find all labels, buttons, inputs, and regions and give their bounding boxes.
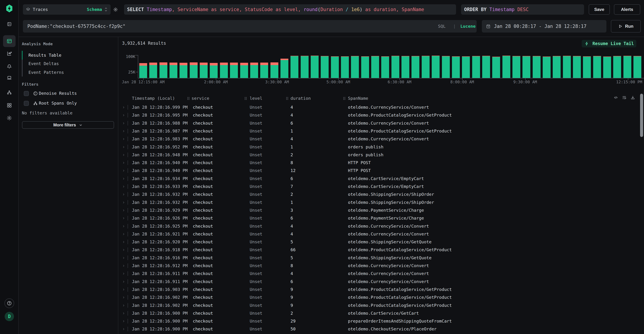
table-row[interactable]: Jan 28 12:28:16.911 PM checkout Unset 6 … — [118, 278, 644, 286]
table-row[interactable]: Jan 28 12:28:16.912 PM checkout Unset 8 … — [118, 262, 644, 270]
nav-alerts[interactable] — [0, 64, 18, 69]
row-expand-icon[interactable] — [122, 217, 125, 220]
row-expand-icon[interactable] — [122, 288, 125, 291]
row-expand-icon[interactable] — [122, 114, 125, 117]
col-grip-icon[interactable] — [343, 97, 346, 100]
alerts-button[interactable]: Alerts — [614, 4, 640, 15]
nav-sessions[interactable] — [0, 75, 18, 80]
root-spans-checkbox[interactable] — [24, 101, 29, 106]
table-row[interactable]: Jan 28 12:28:16.932 PM checkout Unset 2 … — [118, 190, 644, 198]
row-expand-icon[interactable] — [122, 304, 125, 307]
table-row[interactable]: Jan 28 12:28:16.926 PM checkout Unset 6 … — [118, 214, 644, 222]
nav-settings[interactable] — [0, 115, 18, 121]
row-expand-icon[interactable] — [122, 241, 125, 243]
row-expand-icon[interactable] — [122, 122, 125, 125]
search-input[interactable]: PodName:"checkout-675775c4cc-f2p9c" SQL … — [23, 20, 477, 32]
table-row[interactable]: Jan 28 12:28:16.900 PM checkout Unset 50… — [118, 325, 644, 333]
table-row[interactable]: Jan 28 12:28:16.916 PM checkout Unset 5 … — [118, 254, 644, 262]
source-settings-gear-icon[interactable] — [113, 7, 118, 12]
row-expand-icon[interactable] — [122, 272, 125, 275]
row-expand-icon[interactable] — [122, 169, 125, 172]
table-row[interactable]: Jan 28 12:28:16.921 PM checkout Unset 4 … — [118, 230, 644, 238]
mode-event-deltas[interactable]: Event Deltas — [28, 62, 59, 66]
text-wrap-icon[interactable] — [622, 95, 627, 100]
row-expand-icon[interactable] — [122, 130, 125, 132]
table-row[interactable]: Jan 28 12:28:16.920 PM checkout Unset 5 … — [118, 238, 644, 246]
row-expand-icon[interactable] — [122, 225, 125, 228]
col-timestamp[interactable]: Timestamp (Local) — [132, 96, 175, 101]
row-expand-icon[interactable] — [122, 209, 125, 212]
denoise-checkbox[interactable] — [24, 91, 29, 96]
table-row[interactable]: Jan 28 12:28:16.933 PM checkout Unset 7 … — [118, 183, 644, 190]
order-by-input[interactable]: ORDER BY Timestamp DESC — [461, 4, 584, 15]
row-expand-icon[interactable] — [122, 201, 125, 204]
col-grip-icon[interactable] — [244, 97, 247, 100]
download-icon[interactable] — [630, 95, 635, 100]
sidebar-collapse-button[interactable] — [0, 22, 18, 26]
table-row[interactable]: Jan 28 12:28:16.987 PM checkout Unset 1 … — [118, 127, 644, 135]
view-source-icon[interactable] — [614, 95, 618, 100]
row-expand-icon[interactable] — [122, 154, 125, 156]
sql-select-input[interactable]: SELECT Timestamp, ServiceName as service… — [124, 4, 456, 15]
col-spanname[interactable]: SpanName — [348, 96, 368, 101]
table-row[interactable]: Jan 28 12:28:16.934 PM checkout Unset 6 … — [118, 175, 644, 183]
table-row[interactable]: Jan 28 12:28:16.932 PM checkout Unset 1 … — [118, 198, 644, 206]
lang-sql-toggle[interactable]: SQL — [438, 24, 446, 29]
table-row[interactable]: Jan 28 12:28:16.940 PM checkout Unset 8 … — [118, 159, 644, 167]
lang-lucene-toggle[interactable]: Lucene — [460, 24, 476, 29]
nav-dashboards[interactable] — [0, 103, 18, 108]
row-expand-icon[interactable] — [122, 161, 125, 164]
table-row[interactable]: Jan 28 12:28:16.900 PM checkout Unset 29… — [118, 317, 644, 325]
col-grip-icon[interactable] — [187, 97, 190, 100]
root-spans-label[interactable]: Root Spans Only — [39, 101, 77, 105]
row-expand-icon[interactable] — [122, 280, 125, 283]
source-selector[interactable]: Traces Schema — [23, 4, 110, 15]
mode-event-patterns[interactable]: Event Patterns — [28, 70, 64, 75]
table-row[interactable]: Jan 28 12:28:16.929 PM checkout Unset 3 … — [118, 206, 644, 214]
table-row[interactable]: Jan 28 12:28:16.983 PM checkout Unset 4 … — [118, 135, 644, 143]
app-logo[interactable] — [0, 4, 18, 12]
help-button[interactable] — [0, 299, 18, 308]
table-row[interactable]: Jan 28 12:28:16.925 PM checkout Unset 4 … — [118, 222, 644, 230]
row-expand-icon[interactable] — [122, 138, 125, 140]
denoise-label[interactable]: Denoise Results — [39, 91, 77, 96]
table-row[interactable]: Jan 28 12:28:16.902 PM checkout Unset 9 … — [118, 294, 644, 301]
table-row[interactable]: Jan 28 12:28:16.902 PM checkout Unset 9 … — [118, 302, 644, 309]
row-expand-icon[interactable] — [122, 320, 125, 323]
table-row[interactable]: Jan 28 12:28:16.940 PM checkout Unset 12… — [118, 167, 644, 175]
nav-search-active[interactable] — [0, 35, 18, 47]
row-expand-icon[interactable] — [122, 312, 125, 315]
row-expand-icon[interactable] — [122, 185, 125, 188]
user-avatar[interactable]: D — [0, 312, 18, 321]
resume-live-tail-button[interactable]: Resume Live Tail — [582, 40, 636, 47]
nav-chart-explorer[interactable] — [0, 51, 18, 56]
row-expand-icon[interactable] — [122, 177, 125, 180]
more-filters-button[interactable]: More filters — [22, 121, 114, 129]
table-row[interactable]: Jan 28 12:28:16.911 PM checkout Unset 4 … — [118, 270, 644, 278]
row-expand-icon[interactable] — [122, 233, 125, 236]
row-expand-icon[interactable] — [122, 106, 125, 109]
table-row[interactable]: Jan 28 12:28:16.918 PM checkout Unset 66… — [118, 246, 644, 254]
time-range-picker[interactable]: Jan 28 00:28:17 - Jan 28 12:28:17 — [482, 20, 606, 32]
row-expand-icon[interactable] — [122, 249, 125, 251]
col-duration[interactable]: duration — [290, 96, 311, 101]
nav-services[interactable] — [0, 90, 18, 95]
table-row[interactable]: Jan 28 12:28:16.952 PM checkout Unset 1 … — [118, 143, 644, 151]
row-expand-icon[interactable] — [122, 265, 125, 267]
row-expand-icon[interactable] — [122, 257, 125, 259]
table-row[interactable]: Jan 28 12:28:16.948 PM checkout Unset 2 … — [118, 151, 644, 159]
table-row[interactable]: Jan 28 12:28:16.988 PM checkout Unset 6 … — [118, 119, 644, 127]
row-expand-icon[interactable] — [122, 193, 125, 196]
row-expand-icon[interactable] — [122, 328, 125, 331]
table-row[interactable]: Jan 28 12:28:16.999 PM checkout Unset 4 … — [118, 103, 644, 111]
run-button[interactable]: Run — [611, 20, 641, 32]
save-button[interactable]: Save — [589, 4, 610, 15]
mode-results-table[interactable]: Results Table — [28, 53, 62, 57]
table-row[interactable]: Jan 28 12:28:16.900 PM checkout Unset 2 … — [118, 309, 644, 317]
col-grip-icon[interactable] — [286, 97, 288, 100]
col-level[interactable]: level — [250, 96, 262, 101]
col-service[interactable]: service — [192, 96, 209, 101]
row-expand-icon[interactable] — [122, 296, 125, 299]
table-row[interactable]: Jan 28 12:28:16.995 PM checkout Unset 4 … — [118, 111, 644, 119]
table-row[interactable]: Jan 28 12:28:16.903 PM checkout Unset 9 … — [118, 286, 644, 294]
